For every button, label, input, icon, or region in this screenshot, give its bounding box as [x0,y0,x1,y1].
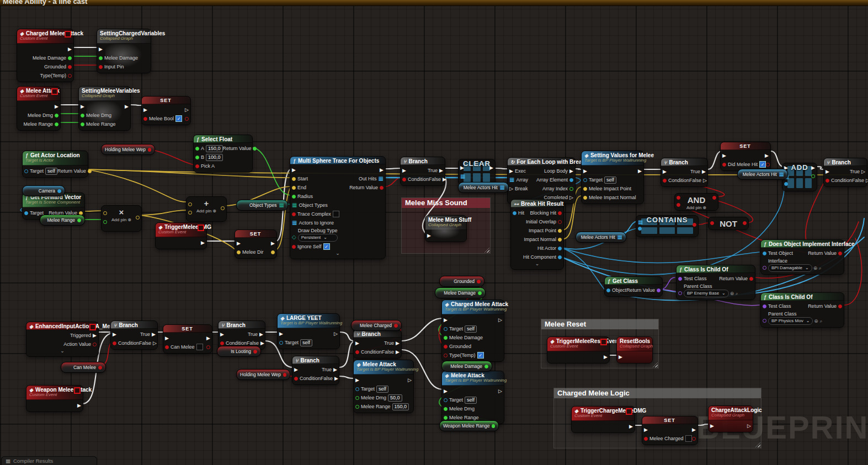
node-header[interactable]: ◆TriggerMeleeDMGCustom Event [156,223,206,237]
pin-array-element[interactable] [569,178,573,182]
node-header[interactable]: ◈Melee AttackTarget is BP Player Wallrun… [442,371,504,386]
pin-exec[interactable]: ▶ [279,332,283,336]
fn-get-actor-location[interactable]: ƒGet Actor LocationTarget is ActorTarget… [22,151,88,178]
checkbox[interactable]: ✓ [175,115,182,122]
pin-false[interactable]: ▶ [334,376,338,381]
var-melee-actors-hit-2[interactable]: Melee Actors Hit▦ [576,232,626,243]
pin-exec[interactable]: ▶ [826,169,829,174]
dropdown[interactable]: BPI Damagable⌄ [768,264,812,272]
pin-melee-dmg[interactable] [81,114,84,117]
pin-exec[interactable]: ▷ [334,332,338,336]
pin-exec[interactable]: ▶ [444,318,448,323]
pin-return-value[interactable] [657,288,661,292]
op-add[interactable]: +Add pin ⊕ [186,196,227,222]
op-multiply[interactable]: ×Add pin ⊕ [101,205,142,232]
node-header[interactable]: ⑂Branch [401,157,445,165]
pin-melee-range[interactable] [355,405,359,409]
pin-condition[interactable] [402,178,406,181]
node-header[interactable]: ◆Charged Melee AttackCustom Event [17,29,73,44]
add-pin-button[interactable]: Add pin ⊕ [675,205,718,210]
node-header[interactable]: SET [163,325,212,333]
event-trigger-charge-melee-dmg[interactable]: ◆TriggerChargeMeleeDMGCustom Event▶ [571,406,635,433]
fn-charged-melee-attack-call[interactable]: ◈Charged Melee AttackTarget is BP Player… [441,300,504,362]
node-header[interactable]: ◈Charged Melee AttackTarget is BP Player… [442,300,504,314]
pin-exec[interactable]: ▶ [583,169,587,174]
pin-exec[interactable] [188,211,192,215]
pin-exec[interactable] [677,196,680,200]
pin-false[interactable]: ▷ [866,178,868,183]
text-input[interactable]: self [376,386,388,393]
pin-ignore-self[interactable] [292,245,296,249]
pin-condition[interactable] [663,179,667,183]
pin-melee-impact-normal[interactable] [583,196,587,200]
var-grounded[interactable]: Grounded [439,276,484,287]
pin-a[interactable] [195,147,199,151]
var-holding-melee-wep[interactable]: Holding Melee Wep [101,144,155,155]
pin-true[interactable]: ▶ [333,367,337,372]
collapsed-setting-melee-variables[interactable]: SettingMeleeVariablesCollapsed Graph▶▶Me… [78,86,131,131]
pin-exec[interactable]: ▶ [619,355,622,360]
pin-false[interactable]: ▷ [153,341,157,346]
pin-pick-a[interactable] [195,164,199,168]
pin-array[interactable]: ▦ [509,177,514,183]
text-input[interactable]: self [300,339,312,346]
pin-exec[interactable]: ▷ [408,378,412,383]
pin-true[interactable]: ▶ [259,332,263,337]
pin-action-value[interactable] [93,343,97,346]
variable-pin[interactable] [477,280,481,284]
pin-exec[interactable]: ▷ [185,108,189,113]
var-melee-charged[interactable]: Melee Charged [351,320,402,331]
pin-test-object[interactable] [763,252,766,255]
pin-exec[interactable]: ▶ [294,367,298,372]
set-did-melee-hit[interactable]: SET▶▶Did Melee Hit✓ [720,142,771,171]
pin-exec[interactable]: ▶ [143,108,147,113]
pin-exec[interactable] [811,174,815,178]
var-holding-melee-wep-2[interactable]: Holding Melee Wep [236,369,290,380]
node-header[interactable]: ƒDoes Object Implement Interface [761,240,844,248]
var-weapon-melee-range[interactable]: Weapon Melee Range [439,420,499,431]
node-header[interactable]: SettingChargedVariablesCollapsed Graph [97,29,151,44]
pin-target[interactable] [583,178,587,182]
pin-exec[interactable]: ▶ [68,47,72,52]
node-header[interactable]: SET [142,97,190,104]
node-header[interactable]: SettingMeleeVariablesCollapsed Graph [79,87,130,101]
pin-exec[interactable]: ▶ [722,153,726,158]
branch-can-melee[interactable]: ⑂Branch▶True▶ConditionFalse▷ [110,320,158,350]
array-pin[interactable]: ▦ [617,234,622,240]
pin-test-class[interactable] [678,277,682,281]
event-trigger-melee-reset[interactable]: ◆TriggerMeleeResetEventCustom Event▶ [547,336,610,364]
pin-test-class[interactable] [763,304,766,308]
pin-blocking-hit[interactable] [558,211,562,215]
pin-hit-actor[interactable] [558,247,562,250]
delegate-pin[interactable] [198,225,204,231]
node-header[interactable]: Melee Miss StuffCollapsed Graph [425,216,466,230]
branch-trace[interactable]: ⑂Branch▶True▶ConditionFalse▶ [400,157,445,186]
pin-exec[interactable]: ▶ [125,104,129,109]
op-not[interactable]: NOT [708,217,749,230]
var-camera[interactable]: Camera [22,185,65,196]
node-header[interactable]: ⊶Break Hit Result [511,200,563,207]
collapsed-charge-attack-logic[interactable]: ChargeAttackLogicCollapsed Graph▶▷ [708,405,753,432]
text-input[interactable]: 100,0 [206,154,223,161]
node-header[interactable]: ƒSelect Float [194,135,252,143]
text-input[interactable]: self [465,397,477,404]
event-trigger-melee-dmg[interactable]: ◆TriggerMeleeDMGCustom Event▶ [155,222,207,249]
pin-exec[interactable]: ▶ [460,165,464,170]
pin-false[interactable]: ▶ [396,350,400,355]
pin-true[interactable]: ▶ [152,332,156,337]
pin-exec[interactable]: ▷ [498,318,502,323]
pin-exec[interactable]: ▶ [765,153,769,158]
pin-loop-body[interactable]: ▶ [569,169,573,174]
node-header[interactable]: ChargeAttackLogicCollapsed Graph [709,406,753,420]
pin-grounded[interactable] [444,345,448,349]
var-melee-range[interactable]: Melee Range [40,215,85,226]
node-header[interactable]: ↻For Each Loop with Break [508,158,575,165]
node-header[interactable]: ⑂Branch [824,158,867,166]
fn-class-is-child-of-2[interactable]: ƒClass Is Child OfTest ClassReturn Value… [760,292,844,328]
node-header[interactable]: ⑂Branch [354,330,401,338]
node-header[interactable]: ◆Melee AttackCustom Event [17,87,60,101]
delegate-pin[interactable] [626,408,632,415]
pin-completed[interactable]: ▷ [569,195,573,200]
variable-pin[interactable] [394,324,398,328]
pin-exec[interactable]: ▶ [99,47,103,52]
